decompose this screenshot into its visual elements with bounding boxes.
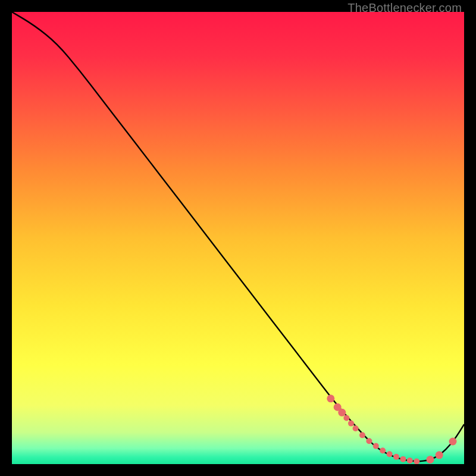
marker-dot bbox=[343, 415, 349, 421]
marker-dot bbox=[327, 394, 334, 402]
gradient-background bbox=[12, 12, 464, 464]
marker-dot bbox=[414, 458, 419, 464]
marker-dot bbox=[387, 451, 393, 457]
marker-dot bbox=[427, 456, 434, 464]
marker-dot bbox=[353, 425, 359, 431]
marker-dot bbox=[449, 438, 457, 446]
marker-dot bbox=[373, 443, 379, 449]
marker-dot bbox=[393, 454, 399, 460]
marker-dot bbox=[436, 451, 443, 459]
marker-dot bbox=[359, 432, 365, 438]
chart-frame bbox=[12, 12, 464, 464]
marker-dot bbox=[400, 456, 406, 462]
bottleneck-chart bbox=[12, 12, 464, 464]
marker-dot bbox=[348, 421, 354, 427]
marker-dot bbox=[338, 409, 346, 416]
marker-dot bbox=[380, 447, 386, 453]
marker-dot bbox=[366, 438, 372, 444]
marker-dot bbox=[407, 458, 413, 464]
